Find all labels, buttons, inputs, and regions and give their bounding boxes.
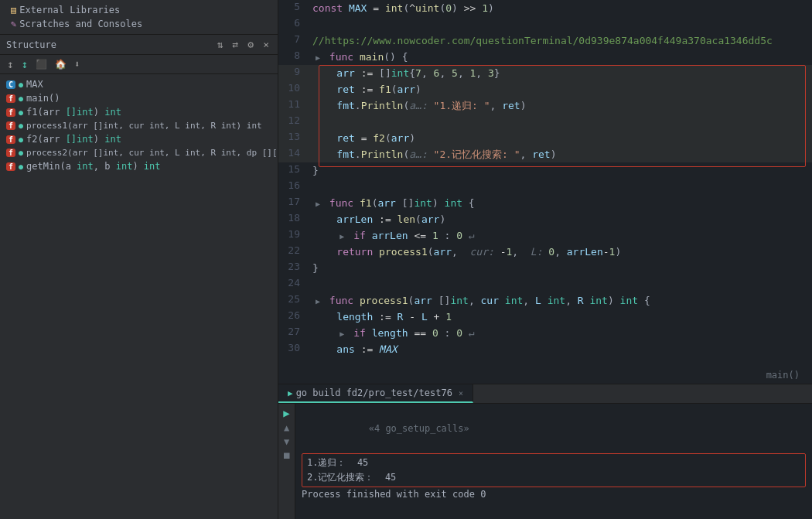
struct-item-getmin[interactable]: f ● getMin(a int, b int) int — [0, 159, 278, 173]
line-code-17: ▶ func f1(arr []int) int { — [309, 195, 812, 211]
line-code-9: arr := []int{7, 6, 5, 1, 3} — [309, 65, 812, 81]
code-table: 5 const MAX = int(^uint(0) >> 1) 6 7 //h… — [278, 0, 812, 357]
gear-btn[interactable]: ⚙ — [245, 38, 256, 51]
item-f1-label: f1(arr []int) int — [26, 107, 121, 118]
line-5: 5 const MAX = int(^uint(0) >> 1) — [278, 0, 812, 16]
run-play-btn[interactable]: ▶ — [283, 407, 289, 419]
struct-item-f1[interactable]: f ● f1(arr []int) int — [0, 105, 278, 119]
collapse-f1-arrow[interactable]: ▶ — [312, 198, 323, 210]
sidebar-item-external-libraries[interactable]: ▤ External Libraries — [6, 3, 271, 17]
badge-main: f — [6, 94, 15, 103]
line-num-12: 12 — [278, 114, 309, 130]
collapse-if1-arrow[interactable]: ▶ — [336, 230, 347, 242]
sidebar-top: ▤ External Libraries ✎ Scratches and Con… — [0, 0, 278, 35]
struct-btn-4[interactable]: 🏠 — [53, 58, 69, 70]
line-code-11: fmt.Println(a…: "1.递归: ", ret) — [309, 97, 812, 114]
line-num-15: 15 — [278, 162, 309, 179]
struct-btn-2[interactable]: ↕ — [19, 57, 29, 71]
line-code-27: ▶ if length == 0 : 0 ↵ — [309, 325, 812, 341]
item-f2-label: f2(arr []int) int — [26, 134, 121, 145]
line-27: 27 ▶ if length == 0 : 0 ↵ — [278, 325, 812, 341]
badge-getmin: f — [6, 162, 15, 171]
struct-item-main[interactable]: f ● main() — [0, 91, 278, 105]
line-code-6 — [309, 16, 812, 32]
collapse-main-arrow[interactable]: ▶ — [312, 52, 323, 63]
line-num-17: 17 — [278, 195, 309, 211]
line-code-18: arrLen := len(arr) — [309, 211, 812, 227]
line-num-25: 25 — [278, 292, 309, 309]
line-num-7: 7 — [278, 32, 309, 49]
line-code-22: return process1(arr, cur: -1, L: 0, arrL… — [309, 244, 812, 260]
collapse-if2-arrow[interactable]: ▶ — [336, 328, 347, 340]
scratches-label: Scratches and Consoles — [19, 19, 142, 29]
line-8: 8 ▶ func main() { — [278, 49, 812, 65]
badge-process1: f — [6, 121, 15, 130]
line-code-15: } — [309, 162, 812, 179]
struct-btn-1[interactable]: ↕ — [5, 57, 15, 71]
item-main-label: main() — [26, 93, 60, 104]
run-scroll-down-btn[interactable]: ▼ — [284, 436, 289, 447]
structure-toolbar: ↕ ↕ ⬛ 🏠 ⬇ — [0, 55, 278, 74]
line-num-8: 8 — [278, 49, 309, 65]
line-code-12 — [309, 114, 812, 130]
sort-alpha-btn[interactable]: ⇅ — [215, 38, 226, 51]
code-scroll-area[interactable]: 5 const MAX = int(^uint(0) >> 1) 6 7 //h… — [278, 0, 812, 384]
sidebar-item-scratches[interactable]: ✎ Scratches and Consoles — [6, 17, 271, 31]
run-stop-btn[interactable]: ⏹ — [282, 450, 292, 461]
badge-const: C — [6, 80, 15, 89]
structure-panel: Structure ⇅ ⇄ ⚙ × ↕ ↕ ⬛ 🏠 ⬇ C ● MAX — [0, 35, 278, 519]
line-15: 15 } — [278, 162, 812, 179]
terminal-area: «4 go_setup_calls» 1.递归： 45 2.记忆化搜索： 45 … — [295, 404, 812, 519]
main-call-label: main() — [766, 370, 800, 381]
line-num-27: 27 — [278, 325, 309, 341]
line-code-30: ans := MAX — [309, 341, 812, 357]
output-box: 1.递归： 45 2.记忆化搜索： 45 — [302, 453, 806, 487]
line-12: 12 — [278, 114, 812, 130]
line-num-5: 5 — [278, 0, 309, 16]
line-code-25: ▶ func process1(arr []int, cur int, L in… — [309, 292, 812, 309]
struct-btn-5[interactable]: ⬇ — [72, 58, 82, 70]
run-tab-label: go build fd2/pro_test/test76 — [296, 388, 452, 398]
badge-f2: f — [6, 135, 15, 144]
item-max-label: MAX — [26, 79, 43, 90]
line-num-16: 16 — [278, 179, 309, 195]
run-tab[interactable]: ▶ go build fd2/pro_test/test76 × — [278, 384, 473, 403]
struct-item-f2[interactable]: f ● f2(arr []int) int — [0, 132, 278, 146]
line-code-24 — [309, 276, 812, 292]
bottom-main: ▶ ▲ ▼ ⏹ «4 go_setup_calls» 1.递归： 45 2.记忆… — [278, 404, 812, 519]
struct-item-max[interactable]: C ● MAX — [0, 77, 278, 91]
line-11: 11 fmt.Println(a…: "1.递归: ", ret) — [278, 97, 812, 114]
sort-type-btn[interactable]: ⇄ — [230, 38, 241, 51]
line-26: 26 length := R - L + 1 — [278, 309, 812, 325]
line-code-14: fmt.Println(a…: "2.记忆化搜索: ", ret) — [309, 146, 812, 162]
library-icon: ▤ — [11, 5, 16, 15]
line-code-5: const MAX = int(^uint(0) >> 1) — [309, 0, 812, 16]
external-libraries-label: External Libraries — [19, 5, 120, 15]
struct-btn-3[interactable]: ⬛ — [33, 58, 49, 70]
bullet-f1: ● — [19, 108, 23, 117]
run-scroll-up-btn[interactable]: ▲ — [284, 422, 289, 433]
scratches-icon: ✎ — [11, 19, 16, 29]
line-7: 7 //https://www.nowcoder.com/questionTer… — [278, 32, 812, 49]
line-num-18: 18 — [278, 211, 309, 227]
code-editor: 5 const MAX = int(^uint(0) >> 1) 6 7 //h… — [278, 0, 812, 384]
close-tab-btn[interactable]: × — [459, 389, 463, 398]
line-code-19: ▶ if arrLen <= 1 : 0 ↵ — [309, 227, 812, 244]
struct-item-process1[interactable]: f ● process1(arr []int, cur int, L int, … — [0, 119, 278, 132]
line-18: 18 arrLen := len(arr) — [278, 211, 812, 227]
close-structure-btn[interactable]: × — [261, 38, 271, 51]
bottom-panel: ▶ go build fd2/pro_test/test76 × ▶ ▲ ▼ ⏹… — [278, 384, 812, 519]
structure-header: Structure ⇅ ⇄ ⚙ × — [0, 35, 278, 55]
line-25: 25 ▶ func process1(arr []int, cur int, L… — [278, 292, 812, 309]
line-code-23: } — [309, 260, 812, 276]
line-num-11: 11 — [278, 97, 309, 114]
struct-item-process2[interactable]: f ● process2(arr []int, cur int, L int, … — [0, 146, 278, 159]
collapse-process1-arrow[interactable]: ▶ — [312, 295, 323, 307]
run-icon: ▶ — [288, 388, 293, 398]
line-19: 19 ▶ if arrLen <= 1 : 0 ↵ — [278, 227, 812, 244]
run-controls-sidebar: ▶ ▲ ▼ ⏹ — [278, 404, 295, 519]
badge-f1: f — [6, 108, 15, 117]
line-17: 17 ▶ func f1(arr []int) int { — [278, 195, 812, 211]
line-30: 30 ans := MAX — [278, 341, 812, 357]
line-num-10: 10 — [278, 81, 309, 97]
